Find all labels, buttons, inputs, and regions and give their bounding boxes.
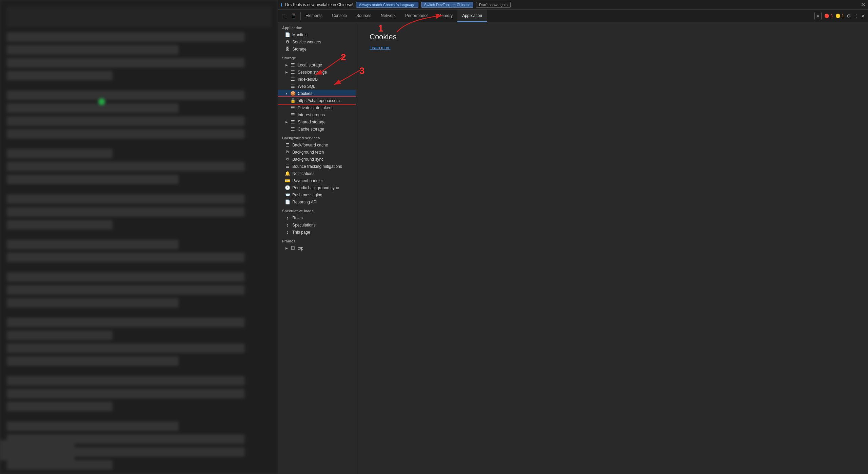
tab-bar-icons: ⬚ 📱 xyxy=(278,12,301,20)
tab-sources[interactable]: Sources xyxy=(352,9,376,22)
inspect-icon[interactable]: ⬚ xyxy=(281,12,288,20)
devtools-panel: ℹ DevTools is now available in Chinese! … xyxy=(278,0,868,474)
close-devtools-icon[interactable]: ✕ xyxy=(861,13,865,19)
warning-badge: 🟡 1 xyxy=(835,14,844,18)
sidebar-item-rules[interactable]: ↕ Rules xyxy=(278,214,356,221)
ss-expand: ▶ xyxy=(285,120,288,124)
speculative-section-header: Speculative loads xyxy=(278,205,356,214)
sidebar-item-shared-storage[interactable]: ▶ ☰ Shared storage xyxy=(278,118,356,125)
tab-elements[interactable]: Elements xyxy=(301,9,327,22)
storage-label: Storage xyxy=(292,47,352,52)
tab-application[interactable]: Application xyxy=(457,9,487,22)
info-icon: ℹ xyxy=(281,2,282,7)
sidebar-item-background-fetch[interactable]: ↻ Background fetch xyxy=(278,149,356,156)
learn-more-link[interactable]: Learn more xyxy=(370,45,390,50)
pbs-icon: 🕐 xyxy=(285,185,290,190)
ig-icon: ☰ xyxy=(290,112,296,117)
sidebar-item-local-storage[interactable]: ▶ ☰ Local storage xyxy=(278,61,356,68)
tab-bar: ⬚ 📱 Elements Console Sources Network Per… xyxy=(278,9,868,22)
sidebar-item-session-storage[interactable]: ▶ ☰ Session storage xyxy=(278,68,356,76)
local-storage-label: Local storage xyxy=(298,63,352,67)
session-storage-expand: ▶ xyxy=(285,71,288,74)
pm-icon: 📨 xyxy=(285,192,290,197)
sidebar-item-background-sync[interactable]: ↻ Background sync xyxy=(278,156,356,163)
top-label: top xyxy=(298,246,352,251)
sidebar-item-notifications[interactable]: 🔔 Notifications xyxy=(278,170,356,177)
sidebar-item-private-state-tokens[interactable]: ▶ ☰ Private state tokens xyxy=(278,104,356,111)
service-workers-icon: ⚙ xyxy=(285,39,290,44)
always-match-btn[interactable]: Always match Chrome's language xyxy=(356,2,418,8)
local-storage-icon: ☰ xyxy=(290,62,296,67)
sidebar-item-service-workers[interactable]: ⚙ Service workers xyxy=(278,38,356,45)
web-sql-icon: ☰ xyxy=(290,84,296,89)
ss-icon: ☰ xyxy=(290,119,296,124)
cookies-title: Cookies xyxy=(370,33,396,41)
sidebar-item-push-messaging[interactable]: 📨 Push messaging xyxy=(278,191,356,198)
bt-label: Bounce tracking mitigations xyxy=(292,164,352,169)
tab-performance[interactable]: Performance xyxy=(400,9,433,22)
sidebar-item-cookies[interactable]: ▼ 🍪 Cookies xyxy=(278,90,356,97)
cs-icon: ☰ xyxy=(290,126,296,132)
main-content: Application 📄 Manifest ⚙ Service workers… xyxy=(278,22,868,474)
sidebar-item-web-sql[interactable]: ▶ ☰ Web SQL xyxy=(278,83,356,90)
ig-label: Interest groups xyxy=(298,113,352,117)
ra-label: Reporting API xyxy=(292,200,352,204)
sidebar-item-storage[interactable]: 🗄 Storage xyxy=(278,45,356,53)
device-icon[interactable]: 📱 xyxy=(289,12,298,20)
info-bar: ℹ DevTools is now available in Chinese! … xyxy=(278,0,868,9)
more-options-icon[interactable]: ⋮ xyxy=(854,13,859,19)
sidebar-item-manifest[interactable]: 📄 Manifest xyxy=(278,31,356,38)
indexeddb-icon: ☰ xyxy=(290,77,296,82)
manifest-label: Manifest xyxy=(292,33,352,37)
sidebar-item-speculations[interactable]: ↕ Speculations xyxy=(278,221,356,229)
sidebar-item-periodic-bg-sync[interactable]: 🕐 Periodic background sync xyxy=(278,184,356,191)
spec-icon: ↕ xyxy=(285,222,290,228)
sidebar-item-payment-handler[interactable]: 💳 Payment handler xyxy=(278,177,356,184)
spec-label: Speculations xyxy=(292,223,352,228)
rules-label: Rules xyxy=(292,216,352,220)
tab-network[interactable]: Network xyxy=(376,9,400,22)
sidebar-item-bounce-tracking[interactable]: ☰ Bounce tracking mitigations xyxy=(278,163,356,170)
pbs-label: Periodic background sync xyxy=(292,185,352,190)
switch-devtools-btn[interactable]: Switch DevTools to Chinese xyxy=(421,2,473,8)
session-storage-label: Session storage xyxy=(298,70,352,75)
ra-icon: 📄 xyxy=(285,199,290,204)
this-page-label: This page xyxy=(292,230,352,235)
background-section-header: Background services xyxy=(278,133,356,141)
info-bar-close[interactable]: ✕ xyxy=(861,1,865,8)
indexeddb-label: IndexedDB xyxy=(298,77,352,82)
settings-icon[interactable]: ⚙ xyxy=(847,13,851,19)
sidebar-item-cookies-url[interactable]: 🔒 https://chat.openai.com xyxy=(278,97,356,104)
info-bar-text: DevTools is now available in Chinese! xyxy=(285,2,353,7)
tab-memory[interactable]: Memory xyxy=(433,9,457,22)
sidebar-item-this-page[interactable]: ↕ This page xyxy=(278,229,356,236)
more-tabs-btn[interactable]: » xyxy=(814,12,822,20)
tab-console[interactable]: Console xyxy=(327,9,352,22)
frames-section-header: Frames xyxy=(278,236,356,244)
local-storage-expand: ▶ xyxy=(285,63,288,67)
top-expand: ▶ xyxy=(285,246,288,250)
sidebar-item-top-frame[interactable]: ▶ ☐ top xyxy=(278,244,356,252)
tabs-container: Elements Console Sources Network Perform… xyxy=(301,9,487,22)
sidebar: Application 📄 Manifest ⚙ Service workers… xyxy=(278,22,356,474)
cs-label: Cache storage xyxy=(298,127,352,132)
frame-icon: ☐ xyxy=(290,245,296,251)
ph-icon: 💳 xyxy=(285,178,290,183)
cookies-url-label: https://chat.openai.com xyxy=(298,98,352,103)
cookies-label: Cookies xyxy=(298,91,352,96)
sidebar-item-reporting-api[interactable]: 📄 Reporting API xyxy=(278,198,356,205)
service-workers-label: Service workers xyxy=(292,40,352,44)
bfc-label: Back/forward cache xyxy=(292,143,352,147)
application-section-header: Application xyxy=(278,22,356,31)
pm-label: Push messaging xyxy=(292,193,352,197)
storage-icon: 🗄 xyxy=(285,46,290,52)
sidebar-item-cache-storage[interactable]: ▶ ☰ Cache storage xyxy=(278,125,356,133)
bs-icon: ↻ xyxy=(285,157,290,162)
sidebar-item-interest-groups[interactable]: ▶ ☰ Interest groups xyxy=(278,111,356,118)
bs-label: Background sync xyxy=(292,157,352,162)
cookies-expand: ▼ xyxy=(285,92,288,95)
sidebar-item-back-forward-cache[interactable]: ☰ Back/forward cache xyxy=(278,141,356,149)
lock-icon: 🔒 xyxy=(290,98,296,103)
dont-show-btn[interactable]: Don't show again xyxy=(476,2,511,8)
sidebar-item-indexeddb[interactable]: ▶ ☰ IndexedDB xyxy=(278,76,356,83)
